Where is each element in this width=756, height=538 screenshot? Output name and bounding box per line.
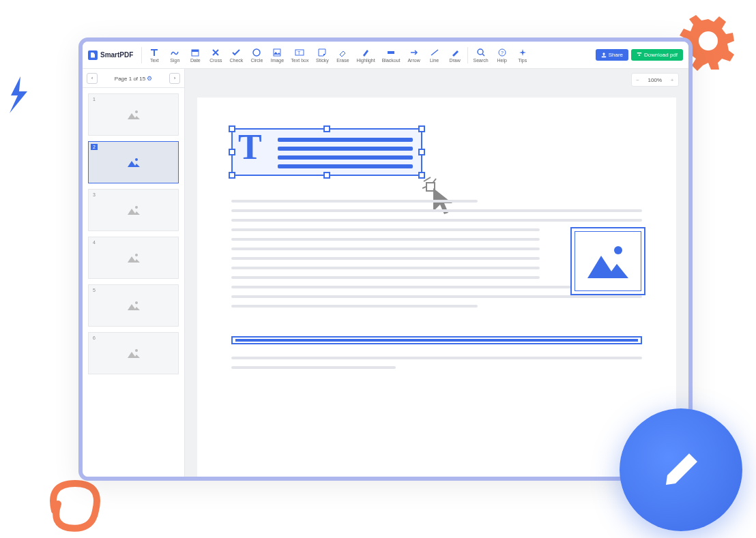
sticky-icon bbox=[317, 48, 327, 57]
help-tools-group: Search?HelpTips bbox=[471, 46, 532, 64]
page-thumbnail[interactable]: 6 bbox=[88, 332, 179, 374]
tool-label: Circle bbox=[250, 58, 263, 63]
next-page-button[interactable]: › bbox=[169, 73, 180, 84]
resize-handle-tm[interactable] bbox=[323, 125, 330, 132]
arrow-tool-button[interactable]: Arrow bbox=[405, 46, 424, 64]
check-tool-button[interactable]: Check bbox=[227, 46, 246, 64]
svg-point-2 bbox=[253, 49, 260, 56]
zoom-in-button[interactable]: + bbox=[666, 74, 678, 86]
resize-handle-tl[interactable] bbox=[229, 125, 235, 132]
resize-handle-bl[interactable] bbox=[229, 172, 235, 179]
draw-tool-button[interactable]: Draw bbox=[446, 46, 465, 64]
search-tool-button[interactable]: Search bbox=[471, 46, 491, 64]
thumbnail-number: 4 bbox=[91, 239, 98, 245]
app-name: SmartPDF bbox=[100, 51, 133, 59]
image-placeholder[interactable] bbox=[570, 227, 645, 295]
cross-tool-button[interactable]: Cross bbox=[206, 46, 225, 64]
page-settings-icon[interactable]: ⚙ bbox=[147, 75, 152, 82]
tool-label: Arrow bbox=[407, 58, 420, 63]
page-thumbnail[interactable]: 2 bbox=[88, 141, 179, 183]
erase-tool-button[interactable]: Erase bbox=[333, 46, 352, 64]
edit-tools-group: TextSignDateCrossCheckCircleImageTText b… bbox=[145, 46, 464, 64]
thumbnail-number: 6 bbox=[91, 335, 98, 341]
tool-label: Cross bbox=[209, 58, 222, 63]
draw-icon bbox=[450, 48, 460, 57]
check-icon bbox=[231, 48, 241, 57]
prev-page-button[interactable]: ‹ bbox=[87, 73, 98, 84]
thumbnail-image-icon bbox=[126, 204, 141, 216]
text-glyph-icon: T bbox=[238, 127, 262, 167]
thumbnail-number: 1 bbox=[91, 96, 98, 102]
line-tool-button[interactable]: Line bbox=[425, 46, 444, 64]
divider bbox=[467, 47, 468, 63]
resize-handle-ml[interactable] bbox=[229, 149, 235, 155]
line-icon bbox=[430, 48, 439, 57]
date-icon bbox=[190, 48, 200, 57]
thumbnail-image-icon bbox=[126, 252, 141, 264]
tool-label: Draw bbox=[449, 58, 460, 63]
tool-label: Image bbox=[271, 58, 284, 63]
tool-label: Text bbox=[150, 58, 159, 63]
lower-text-placeholder bbox=[231, 357, 642, 369]
highlight-tool-button[interactable]: Highlight bbox=[353, 46, 377, 64]
logo-icon bbox=[88, 50, 98, 60]
tool-label: Check bbox=[229, 58, 243, 63]
download-button[interactable]: Download pdf bbox=[631, 49, 683, 61]
tool-label: Blackout bbox=[382, 58, 401, 63]
tool-label: Erase bbox=[336, 58, 349, 63]
image-tool-button[interactable]: Image bbox=[267, 46, 287, 64]
date-tool-button[interactable]: Date bbox=[186, 46, 205, 64]
text-tool-button[interactable]: Text bbox=[145, 46, 164, 64]
page-thumbnail[interactable]: 3 bbox=[88, 189, 179, 231]
share-button[interactable]: Share bbox=[596, 49, 628, 61]
page-indicator: Page 1 of 15 bbox=[115, 76, 145, 82]
svg-rect-3 bbox=[274, 49, 280, 56]
tool-label: Tips bbox=[518, 58, 527, 63]
tool-label: Sticky bbox=[316, 58, 329, 63]
tips-tool-button[interactable]: Tips bbox=[513, 46, 532, 64]
thumbnail-number: 2 bbox=[91, 144, 98, 150]
text-icon bbox=[149, 48, 159, 57]
svg-point-11 bbox=[135, 158, 138, 161]
page-thumbnail[interactable]: 5 bbox=[88, 284, 179, 327]
help-tool-button[interactable]: ?Help bbox=[493, 46, 512, 64]
tool-label: Sign bbox=[170, 58, 179, 63]
circle-tool-button[interactable]: Circle bbox=[247, 46, 266, 64]
tool-label: Help bbox=[497, 58, 507, 63]
highlight-icon bbox=[361, 48, 370, 57]
search-icon bbox=[476, 48, 486, 57]
image-icon bbox=[272, 48, 282, 57]
blackout-tool-button[interactable]: Blackout bbox=[379, 46, 403, 64]
share-icon bbox=[601, 53, 607, 58]
help-icon: ? bbox=[497, 48, 507, 57]
page-thumbnail[interactable]: 4 bbox=[88, 237, 179, 279]
svg-point-12 bbox=[135, 206, 138, 209]
tips-icon bbox=[518, 48, 527, 57]
sign-tool-button[interactable]: Sign bbox=[165, 46, 184, 64]
resize-handle-tr[interactable] bbox=[418, 125, 425, 132]
text-lines-placeholder bbox=[278, 138, 413, 168]
svg-point-13 bbox=[135, 254, 138, 256]
selected-line-element[interactable] bbox=[231, 336, 642, 344]
selected-text-box[interactable]: T bbox=[231, 128, 422, 176]
tool-label: Line bbox=[430, 58, 439, 63]
zoom-out-button[interactable]: − bbox=[632, 74, 644, 86]
tool-label: Search bbox=[474, 58, 489, 63]
download-label: Download pdf bbox=[644, 52, 678, 58]
thumbnail-list: 123456 bbox=[83, 88, 184, 380]
document-page[interactable]: T bbox=[197, 98, 676, 481]
edit-fab-button[interactable] bbox=[620, 408, 742, 531]
page-thumbnail[interactable]: 1 bbox=[88, 93, 179, 136]
thumbnail-image-icon bbox=[126, 299, 141, 312]
resize-handle-bm[interactable] bbox=[323, 172, 330, 179]
svg-rect-6 bbox=[388, 51, 394, 54]
sticky-tool-button[interactable]: Sticky bbox=[312, 46, 332, 64]
mountain-icon bbox=[584, 241, 632, 282]
divider bbox=[141, 47, 142, 63]
share-label: Share bbox=[609, 52, 623, 58]
pencil-icon bbox=[660, 449, 701, 490]
resize-handle-mr[interactable] bbox=[418, 149, 425, 155]
blackout-icon bbox=[386, 48, 396, 57]
tool-label: Text box bbox=[291, 58, 308, 63]
textbox-tool-button[interactable]: TText box bbox=[288, 46, 311, 64]
